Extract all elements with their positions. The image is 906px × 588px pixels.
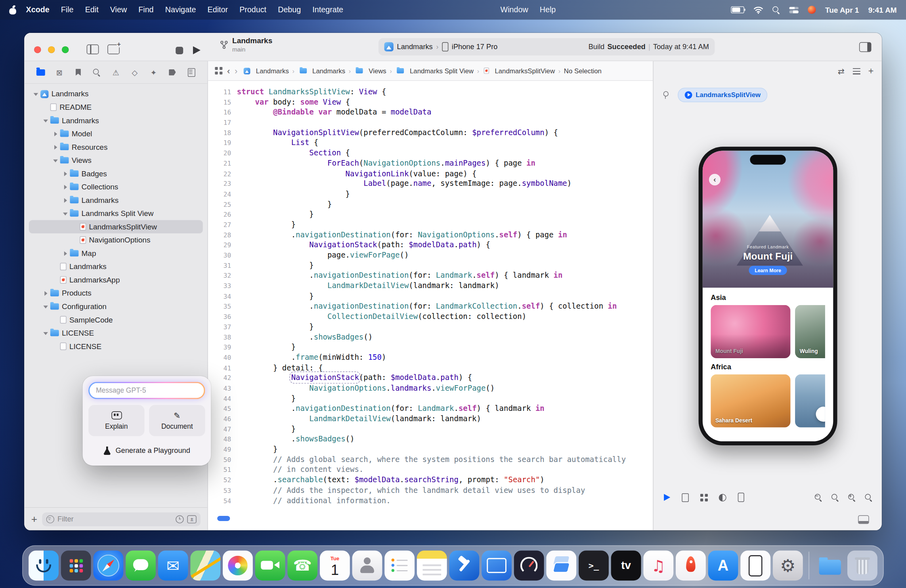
code-line[interactable]: 35 .navigationDestination(for: LandmarkC…	[208, 301, 653, 311]
jumpbar-item-views[interactable]: Views	[354, 67, 386, 74]
menu-xcode[interactable]: Xcode	[20, 0, 55, 20]
menu-find[interactable]: Find	[133, 0, 159, 20]
compare-icon[interactable]: ⇄	[838, 67, 845, 76]
code-line[interactable]: 25 }	[208, 199, 653, 209]
code-line[interactable]: 52 .searchable(text: $modelData.searchSt…	[208, 475, 653, 485]
run-button[interactable]	[193, 46, 201, 54]
menu-edit[interactable]: Edit	[79, 0, 104, 20]
source-control-filter-icon[interactable]	[187, 515, 196, 523]
code-line[interactable]: 47 }	[208, 424, 653, 434]
breakpoints-navigator-icon[interactable]	[166, 67, 178, 78]
landmark-card-sahara-desert[interactable]: Sahara Desert	[711, 374, 790, 428]
preview-document-icon[interactable]	[680, 492, 690, 502]
source-code-editor[interactable]: 11struct LandmarksSplitView: View {15 va…	[208, 81, 653, 506]
line-number[interactable]: 17	[208, 117, 231, 128]
file-row-resources[interactable]: Resources	[29, 140, 203, 154]
assistant-action-document[interactable]: Document	[149, 405, 205, 436]
dock-icon-safari[interactable]	[93, 550, 123, 580]
line-number[interactable]: 11	[208, 87, 231, 97]
line-number[interactable]: 36	[208, 311, 231, 322]
file-row-products[interactable]: Products	[29, 286, 203, 300]
line-number[interactable]: 30	[208, 250, 231, 260]
code-line[interactable]: 45 .navigationDestination(for: Landmark.…	[208, 403, 653, 414]
code-line[interactable]: 28 .navigationDestination(for: Navigatio…	[208, 230, 653, 240]
line-number[interactable]: 18	[208, 128, 231, 138]
line-number[interactable]: 39	[208, 342, 231, 352]
line-number[interactable]: 43	[208, 383, 231, 393]
menu-help[interactable]: Help	[534, 0, 562, 20]
dock-icon-mail[interactable]	[158, 550, 188, 580]
code-line[interactable]: 11struct LandmarksSplitView: View {	[208, 87, 653, 97]
code-line[interactable]: 19 List {	[208, 138, 653, 148]
code-line[interactable]: 41 } detail: {	[208, 363, 653, 373]
file-row-license[interactable]: LICENSE	[29, 326, 203, 340]
code-line[interactable]: 33 LandmarkDetailView(landmark: landmark…	[208, 281, 653, 291]
file-row-landmarksapp[interactable]: LandmarksApp	[29, 273, 203, 287]
dock-icon-phone[interactable]	[287, 550, 317, 580]
dock-icon-maps[interactable]	[190, 550, 220, 580]
line-number[interactable]: 33	[208, 281, 231, 291]
code-line[interactable]: 42 NavigationStack(path: $modelData.path…	[208, 373, 653, 383]
dock-icon-device[interactable]	[740, 550, 770, 580]
code-line[interactable]: 29 NavigationStack(path: $modelData.path…	[208, 240, 653, 250]
reports-navigator-icon[interactable]	[185, 67, 197, 78]
line-number[interactable]: 47	[208, 424, 231, 434]
debug-navigator-icon[interactable]: ✦	[148, 67, 159, 78]
code-line[interactable]: 49 }	[208, 444, 653, 454]
chevron-right-icon[interactable]	[62, 250, 69, 256]
menu-navigate[interactable]: Navigate	[159, 0, 202, 20]
dock-icon-contacts[interactable]	[352, 550, 382, 580]
menu-window[interactable]: Window	[495, 0, 534, 20]
preview-variants-icon[interactable]	[717, 492, 727, 502]
dock-icon-messages[interactable]	[126, 550, 156, 580]
issues-navigator-icon[interactable]: ⚠	[110, 67, 122, 78]
landmark-card-wuling[interactable]: Wuling	[795, 305, 825, 358]
line-number[interactable]: 21	[208, 158, 231, 168]
code-line[interactable]: 21 ForEach(NavigationOptions.mainPages) …	[208, 158, 653, 168]
line-number[interactable]: 28	[208, 230, 231, 240]
add-file-button[interactable]: +	[31, 514, 37, 524]
minimize-window-button[interactable]	[48, 46, 55, 53]
dock-icon-finder[interactable]	[29, 550, 59, 580]
dock-icon-trash[interactable]	[847, 550, 877, 580]
add-preview-icon[interactable]: +	[868, 66, 874, 76]
code-line[interactable]: 46 LandmarkDetailView(landmark: landmark…	[208, 414, 653, 424]
line-number[interactable]: 19	[208, 138, 231, 148]
line-number[interactable]: 23	[208, 179, 231, 189]
add-editor-icon[interactable]	[107, 44, 120, 54]
filter-field[interactable]: Filter	[42, 512, 201, 526]
back-chevron-button[interactable]: ‹	[709, 174, 721, 185]
file-row-views[interactable]: Views	[29, 154, 203, 167]
chevron-down-icon[interactable]	[52, 157, 59, 163]
related-items-icon[interactable]	[215, 67, 222, 74]
line-number[interactable]: 45	[208, 403, 231, 414]
code-line[interactable]: 32 .navigationDestination(for: Landmark.…	[208, 271, 653, 281]
app-status-orb-icon[interactable]	[808, 6, 816, 14]
dock-icon-facetime[interactable]	[255, 550, 285, 580]
assistant-input[interactable]: Message GPT-5	[88, 382, 205, 399]
code-line[interactable]: 18 NavigationSplitView(preferredCompactC…	[208, 128, 653, 138]
file-row-configuration[interactable]: Configuration	[29, 300, 203, 313]
dock-icon-xcode[interactable]	[449, 550, 480, 580]
dock-icon-downloads[interactable]	[815, 550, 845, 580]
file-row-landmarkssplitview[interactable]: LandmarksSplitView	[29, 220, 203, 233]
code-line[interactable]: 36 CollectionDetailView(collection: coll…	[208, 311, 653, 322]
code-line[interactable]: 31 }	[208, 260, 653, 271]
featured-landmark-hero[interactable]: Featured Landmark Mount Fuji Learn More	[703, 151, 833, 288]
dock-icon-rocket[interactable]	[676, 550, 706, 580]
dock-icon-calendar[interactable]: Tue1	[320, 550, 350, 580]
recent-files-icon[interactable]	[176, 515, 183, 523]
code-line[interactable]: 17	[208, 117, 653, 128]
line-number[interactable]: 51	[208, 465, 231, 475]
code-line[interactable]: 43 NavigationOptions.landmarks.viewForPa…	[208, 383, 653, 393]
line-number[interactable]: 15	[208, 97, 231, 107]
dock-icon-appstore[interactable]	[708, 550, 738, 580]
line-number[interactable]: 48	[208, 434, 231, 444]
find-navigator-icon[interactable]	[91, 67, 103, 78]
zoom-window-button[interactable]	[62, 46, 69, 53]
code-line[interactable]: 37 }	[208, 322, 653, 332]
menu-view[interactable]: View	[104, 0, 132, 20]
line-number[interactable]: 46	[208, 414, 231, 424]
code-line[interactable]: 51 // in content views.	[208, 465, 653, 475]
layout-list-icon[interactable]	[852, 68, 860, 74]
